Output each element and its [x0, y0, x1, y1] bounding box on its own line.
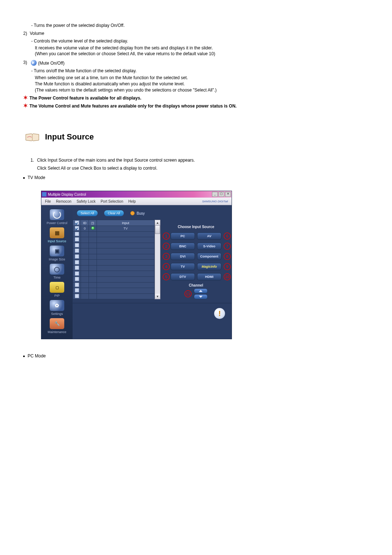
select-all-button[interactable]: Select All — [77, 210, 98, 216]
row-checkbox[interactable] — [75, 283, 79, 287]
book-icon — [23, 131, 41, 143]
status-led-icon — [91, 226, 95, 230]
sidebar-item-maintenance[interactable]: Maintenance — [44, 318, 70, 334]
window-min-button[interactable]: _ — [212, 192, 218, 197]
window-app-icon — [42, 192, 46, 197]
col-checkbox[interactable] — [73, 220, 81, 226]
scrollbar-thumb[interactable] — [155, 225, 160, 234]
channel-up-button[interactable] — [194, 288, 208, 293]
right-panel-title: Choose Input Source — [163, 225, 229, 229]
channel-control: Channel 11 — [163, 283, 229, 299]
source-dtv-button[interactable]: DTV — [171, 273, 195, 280]
instruction-line: 1.Click Input Source of the main icons a… — [30, 158, 369, 163]
source-svideo-button[interactable]: S-Video — [197, 243, 221, 250]
scrollbar-up-icon[interactable]: ▲ — [155, 220, 160, 225]
sidebar-item-time[interactable]: Time — [44, 263, 70, 279]
note-power-control: ✶ The Power Control feature is available… — [23, 94, 369, 101]
source-bnc-button[interactable]: BNC — [171, 243, 195, 250]
row-checkbox[interactable] — [75, 237, 79, 242]
window-close-button[interactable]: ✕ — [225, 192, 231, 197]
table-row[interactable]: 0 TV — [73, 226, 155, 231]
clock-icon — [49, 263, 65, 275]
mute-desc-1: - Turns on/off the Mute function of the … — [23, 68, 369, 74]
table-row[interactable] — [73, 288, 155, 294]
row-checkbox[interactable] — [75, 260, 79, 264]
table-row[interactable] — [73, 248, 155, 254]
note-1-text: The Power Control feature is available f… — [29, 96, 141, 101]
channel-down-button[interactable] — [194, 294, 208, 299]
menu-help[interactable]: Help — [128, 199, 136, 203]
table-row[interactable] — [73, 260, 155, 266]
source-tv-button[interactable]: TV — [171, 263, 195, 270]
window-titlebar[interactable]: Multiple Display Control _ ▢ ✕ — [41, 191, 232, 198]
toolbar: Select All Clear All Busy — [73, 205, 232, 220]
row-checkbox[interactable] — [75, 232, 79, 236]
instruction-l2: Click Select All or use Check Box to sel… — [37, 166, 369, 171]
main-area: Select All Clear All Busy — [73, 205, 232, 339]
scrollbar-track[interactable] — [155, 225, 160, 294]
window-max-button[interactable]: ▢ — [219, 192, 224, 197]
col-id[interactable]: ID — [81, 220, 89, 226]
source-av-button[interactable]: AV — [197, 232, 221, 240]
mdc-window: Multiple Display Control _ ▢ ✕ File Remo… — [41, 191, 232, 339]
sidebar-item-input-source[interactable]: Input Source — [44, 227, 70, 243]
sidebar-item-pip[interactable]: PIP — [44, 281, 70, 297]
row-checkbox[interactable] — [75, 294, 79, 298]
menu-port-selection[interactable]: Port Selection — [101, 199, 123, 203]
table-row[interactable] — [73, 271, 155, 277]
row-checkbox[interactable] — [75, 277, 79, 281]
menu-safety-lock[interactable]: Safety Lock — [77, 199, 95, 203]
source-hdmi-button[interactable]: HDMI — [197, 273, 221, 280]
callout-3: 3 — [163, 253, 170, 260]
tv-mode-bullet: TV Mode — [23, 175, 369, 180]
col-status[interactable]: ◳ — [89, 220, 97, 226]
sidebar-item-settings[interactable]: Settings — [44, 300, 70, 316]
table-row[interactable] — [73, 265, 155, 271]
samsung-logo: SAMSUNG DIGITall — [202, 200, 228, 203]
sidebar: Power Control Input Source ▣ Image Size … — [41, 205, 73, 339]
table-row[interactable] — [73, 231, 155, 237]
row-checkbox[interactable] — [75, 271, 79, 276]
item-3-number: 3) — [23, 60, 30, 65]
table-row[interactable] — [73, 282, 155, 288]
row-checkbox[interactable] — [75, 254, 79, 259]
table-row[interactable] — [73, 277, 155, 283]
instruction-l1: Click Input Source of the main icons and… — [37, 158, 195, 163]
row-checkbox[interactable] — [75, 266, 79, 270]
menu-file[interactable]: File — [45, 199, 51, 203]
section-title: Input Source — [45, 132, 94, 142]
row-checkbox[interactable] — [75, 243, 79, 247]
row-checkbox[interactable] — [75, 226, 79, 230]
input-source-heading: Input Source — [23, 131, 369, 143]
star-icon: ✶ — [23, 102, 28, 109]
sidebar-item-power-control[interactable]: Power Control — [44, 209, 70, 225]
source-component-button[interactable]: Component — [197, 253, 221, 260]
source-dvi-button[interactable]: DVI — [171, 253, 195, 260]
callout-6: 6 — [224, 232, 231, 240]
source-magicinfo-button[interactable]: MagicInfo — [197, 263, 221, 270]
clear-all-button[interactable]: Clear All — [104, 210, 124, 216]
channel-label: Channel — [163, 283, 229, 287]
col-input[interactable]: Input — [97, 220, 155, 226]
menu-remocon[interactable]: Remocon — [56, 199, 72, 203]
row-checkbox[interactable] — [75, 248, 79, 253]
choose-input-source-panel: Choose Input Source 1 PC AV 6 2 BNC S-Vi… — [160, 220, 232, 299]
table-row[interactable] — [73, 243, 155, 248]
row-checkbox[interactable] — [75, 288, 79, 292]
wrench-icon — [49, 318, 65, 329]
callout-1: 1 — [163, 232, 170, 240]
callout-9: 9 — [224, 263, 231, 270]
sidebar-item-image-size[interactable]: ▣ Image Size — [44, 245, 70, 261]
busy-label: Busy — [137, 211, 145, 215]
chevron-up-icon — [199, 290, 203, 292]
window-footer: ! — [73, 303, 232, 324]
table-row[interactable] — [73, 237, 155, 243]
source-pc-button[interactable]: PC — [171, 232, 195, 240]
table-row[interactable] — [73, 254, 155, 260]
busy-indicator-icon — [130, 211, 135, 215]
scrollbar-down-icon[interactable]: ▼ — [155, 294, 160, 299]
table-row[interactable] — [73, 293, 155, 299]
row-id: 0 — [81, 226, 89, 231]
table-scrollbar[interactable]: ▲ ▼ — [155, 220, 160, 299]
window-title: Multiple Display Control — [48, 193, 86, 197]
